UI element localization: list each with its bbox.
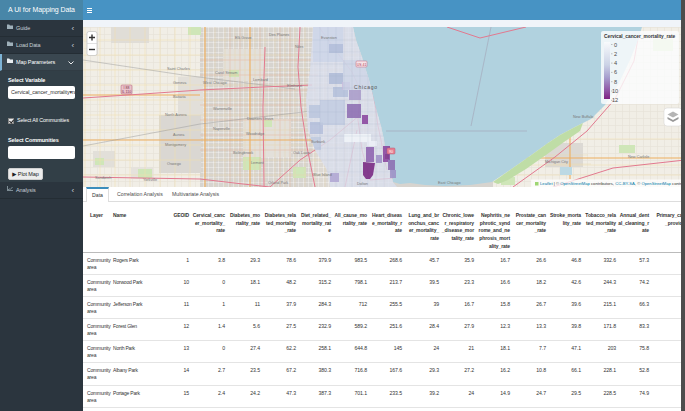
svg-text:8: 8 (614, 79, 617, 85)
svg-text:Lombard: Lombard (253, 78, 268, 82)
svg-text:US 41: US 41 (357, 63, 367, 67)
svg-text:4: 4 (614, 60, 617, 66)
svg-text:East Chicago: East Chicago (438, 181, 461, 185)
svg-text:Lemont: Lemont (251, 161, 265, 165)
svg-text:Batavia: Batavia (173, 95, 187, 99)
svg-text:Oswego: Oswego (167, 162, 181, 166)
svg-text:Leaflet | © OpenStreetMap cont: Leaflet | © OpenStreetMap contributors, … (540, 181, 685, 186)
svg-text:Montgomery: Montgomery (165, 143, 186, 147)
svg-text:New Carlisle: New Carlisle (628, 155, 649, 159)
svg-text:Chicago: Chicago (354, 84, 378, 90)
svg-text:Sandwich: Sandwich (95, 176, 111, 180)
svg-text:Michigan City: Michigan City (545, 160, 568, 164)
svg-text:West Chicago: West Chicago (203, 81, 227, 85)
svg-text:Naperville: Naperville (213, 127, 230, 131)
svg-text:North Aurora: North Aurora (165, 113, 187, 117)
svg-text:Geneva: Geneva (173, 81, 187, 85)
svg-text:6: 6 (614, 69, 617, 75)
svg-text:90: 90 (389, 150, 393, 154)
svg-text:Cervical_cancer_mortality_rate: Cervical_cancer_mortality_rate (604, 34, 676, 39)
svg-text:Burbank: Burbank (311, 140, 325, 144)
svg-text:Elk Grove: Elk Grove (235, 36, 252, 40)
svg-text:Dolton: Dolton (357, 182, 368, 186)
svg-text:Saint Charles: Saint Charles (167, 67, 190, 71)
svg-text:10: 10 (612, 88, 618, 94)
svg-text:Evanston: Evanston (321, 36, 337, 40)
svg-text:Orland Park: Orland Park (268, 181, 288, 185)
svg-text:Niles: Niles (295, 45, 304, 49)
svg-text:Blue Island: Blue Island (313, 173, 332, 177)
svg-text:Oak Lawn: Oak Lawn (293, 151, 310, 155)
svg-text:Bolingbrook: Bolingbrook (233, 151, 253, 155)
svg-text:New Buffalo: New Buffalo (573, 115, 593, 119)
svg-text:Carol Stream: Carol Stream (215, 71, 237, 75)
svg-text:Downers Grove: Downers Grove (247, 117, 273, 121)
svg-text:Warrenville: Warrenville (213, 107, 232, 111)
svg-text:Yorkville: Yorkville (143, 178, 157, 182)
svg-text:Aurora: Aurora (173, 133, 185, 137)
svg-text:0: 0 (614, 42, 617, 48)
svg-text:Woodridge: Woodridge (246, 132, 264, 136)
svg-text:Des Plaines: Des Plaines (269, 33, 289, 37)
svg-text:IL 110: IL 110 (122, 90, 131, 94)
svg-text:12: 12 (612, 97, 618, 103)
svg-text:2: 2 (614, 51, 617, 57)
svg-text:Elmhurst: Elmhurst (287, 84, 303, 88)
